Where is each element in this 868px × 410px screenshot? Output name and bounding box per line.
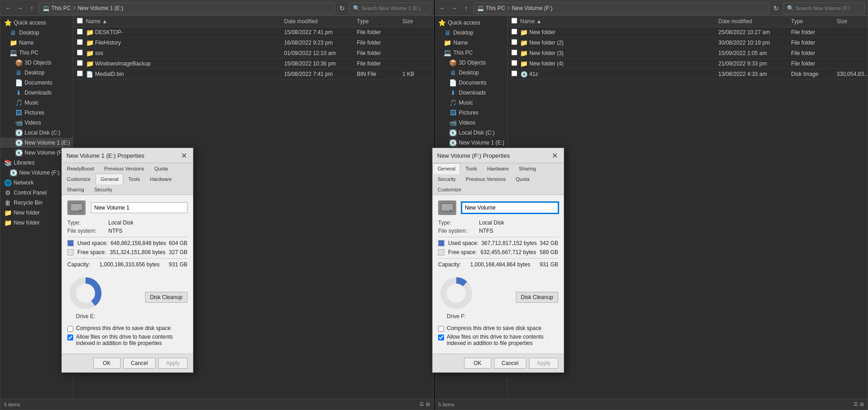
tab-previous-versions-e[interactable]: Previous Versions [99,163,149,174]
row-check[interactable] [77,70,83,76]
compress-checkbox-e[interactable] [67,326,73,332]
tab-tools-e[interactable]: Tools [123,174,145,185]
sidebar-item-localc-left[interactable]: 💽 Local Disk (C:) [0,128,73,138]
sidebar-item-documents-left[interactable]: 📄 Documents [0,78,73,88]
view-grid-icon-left[interactable]: ⊞ [426,401,430,407]
refresh-button-left[interactable]: ↻ [337,3,347,13]
up-button-right[interactable]: ↑ [461,3,471,13]
select-all-left[interactable] [77,18,83,24]
col-size-header-left[interactable]: Size [403,18,430,25]
table-row[interactable]: 📁WindowsImageBackup 15/08/2022 10:36 pm … [73,59,434,69]
tab-general-f[interactable]: General [433,163,460,174]
tab-hardware-f[interactable]: Hardware [482,163,514,174]
search-box-left[interactable]: 🔍 Search New Volume 1 (E:) [349,2,431,14]
sidebar-item-documents-right[interactable]: 📄 Documents [435,78,507,88]
sidebar-item-music-left[interactable]: 🎵 Music [0,98,73,108]
cancel-button-e[interactable]: Cancel [123,358,156,369]
row-check[interactable] [511,39,517,45]
disk-cleanup-button-e[interactable]: Disk Cleanup [145,292,187,303]
drive-name-input-e[interactable] [91,202,187,213]
tab-readyboost-e[interactable]: ReadyBoost [62,163,99,174]
address-path-left[interactable]: 💻 This PC > New Volume 1 (E:) [39,2,335,14]
col-date-header-left[interactable]: Date modified [284,18,357,25]
sidebar-item-thispc-left[interactable]: 💻 This PC [0,48,73,58]
sidebar-item-videos-right[interactable]: 📹 Videos [435,118,507,128]
select-all-right[interactable] [511,18,517,24]
view-grid-icon-right[interactable]: ⊞ [860,401,864,407]
sidebar-item-pictures-left[interactable]: 🖼 Pictures [0,108,73,118]
sidebar-item-vole-left[interactable]: 💽 New Volume 1 (E:) [0,138,73,148]
tab-customize-e[interactable]: Customize [62,174,96,185]
row-check[interactable] [77,50,83,55]
cancel-button-f[interactable]: Cancel [494,358,526,369]
col-type-header-right[interactable]: Type [791,18,837,25]
col-date-header-right[interactable]: Date modified [718,18,791,25]
table-row[interactable]: 📁FileHistory 16/08/2022 9:23 pm File fol… [73,38,434,48]
sidebar-item-3d-right[interactable]: 📦 3D Objects [435,58,507,68]
address-path-right[interactable]: 💻 This PC > New Volume (F:) [473,2,770,14]
sidebar-item-3d-left[interactable]: 📦 3D Objects [0,58,73,68]
row-check[interactable] [511,29,517,35]
table-row[interactable]: 📁DESKTOP- 15/08/2022 7:41 pm File folder [73,27,434,38]
col-name-header-left[interactable]: Name ▲ [86,18,284,25]
sidebar-item-quick-access-left[interactable]: ⭐ Quick access [0,18,73,28]
apply-button-f[interactable]: Apply [529,358,558,369]
row-check[interactable] [511,70,517,76]
row-check[interactable] [77,39,83,45]
ok-button-e[interactable]: OK [93,358,121,369]
row-check[interactable] [77,29,83,35]
sidebar-item-quick-access-right[interactable]: ⭐ Quick access [435,18,507,28]
sidebar-item-name-right[interactable]: 📁 Name [435,38,507,48]
table-row[interactable]: 📁New folder (3) 15/09/2022 1:05 am File … [508,48,868,59]
col-size-header-right[interactable]: Size [837,18,864,25]
tab-general-e[interactable]: General [96,174,123,185]
disk-cleanup-button-f[interactable]: Disk Cleanup [516,292,558,303]
sidebar-item-desktop2-right[interactable]: 🖥 Desktop [435,68,507,78]
row-check[interactable] [511,60,517,66]
dialog-close-button-f[interactable]: ✕ [550,151,559,160]
sidebar-item-music-right[interactable]: 🎵 Music [435,98,507,108]
table-row[interactable]: 📁New folder (4) 21/09/2022 9:33 pm File … [508,59,868,69]
index-checkbox-e[interactable] [67,335,73,340]
sidebar-item-localc-right[interactable]: 💽 Local Disk (C:) [435,128,507,138]
table-row[interactable]: 📁sss 01/09/2022 12:10 am File folder [73,48,434,59]
sidebar-item-desktop2-left[interactable]: 🖥 Desktop [0,68,73,78]
dialog-close-button-e[interactable]: ✕ [179,151,188,160]
up-button-left[interactable]: ↑ [27,3,37,13]
sidebar-item-videos-left[interactable]: 📹 Videos [0,118,73,128]
forward-button-right[interactable]: → [449,3,459,13]
search-box-right[interactable]: 🔍 Search New Volume (F:) [783,2,865,14]
apply-button-e[interactable]: Apply [158,358,187,369]
tab-security-e[interactable]: Security [89,184,117,195]
sidebar-item-downloads-right[interactable]: ⬇ Downloads [435,88,507,98]
sidebar-item-desktop-left[interactable]: 🖥 Desktop [0,28,73,38]
tab-quota-f[interactable]: Quota [511,174,535,185]
table-row[interactable]: 📁New folder 25/08/2022 10:27 am File fol… [508,27,868,38]
tab-sharing-f[interactable]: Sharing [514,163,541,174]
sidebar-item-pictures-right[interactable]: 🖼 Pictures [435,108,507,118]
sidebar-item-thispc-right[interactable]: 💻 This PC [435,48,507,58]
row-check[interactable] [77,60,83,66]
table-row[interactable]: 📁New folder (2) 30/08/2022 10:19 pm File… [508,38,868,48]
table-row[interactable]: 💿41z 13/08/2022 4:33 am Disk Image 330,0… [508,69,868,80]
tab-tools-f[interactable]: Tools [460,163,482,174]
col-type-header-left[interactable]: Type [357,18,403,25]
ok-button-f[interactable]: OK [464,358,491,369]
view-list-icon-left[interactable]: ☰ [419,401,424,407]
back-button-right[interactable]: ← [438,3,448,13]
sidebar-item-desktop-right[interactable]: 🖥 Desktop [435,28,507,38]
sidebar-item-downloads-left[interactable]: ⬇ Downloads [0,88,73,98]
tab-hardware-e[interactable]: Hardware [145,174,177,185]
sidebar-item-name-left[interactable]: 📁 Name [0,38,73,48]
row-check[interactable] [511,50,517,55]
tab-sharing-e[interactable]: Sharing [62,184,89,195]
sidebar-item-vole-right[interactable]: 💽 New Volume 1 (E:) [435,138,507,148]
compress-checkbox-f[interactable] [438,326,444,332]
tab-security-f[interactable]: Security [433,174,461,185]
view-list-icon-right[interactable]: ☰ [853,401,858,407]
index-checkbox-f[interactable] [438,335,444,340]
col-name-header-right[interactable]: Name ▲ [520,18,719,25]
tab-previous-versions-f[interactable]: Previous Versions [461,174,511,185]
tab-quota-e[interactable]: Quota [149,163,173,174]
refresh-button-right[interactable]: ↻ [771,3,781,13]
